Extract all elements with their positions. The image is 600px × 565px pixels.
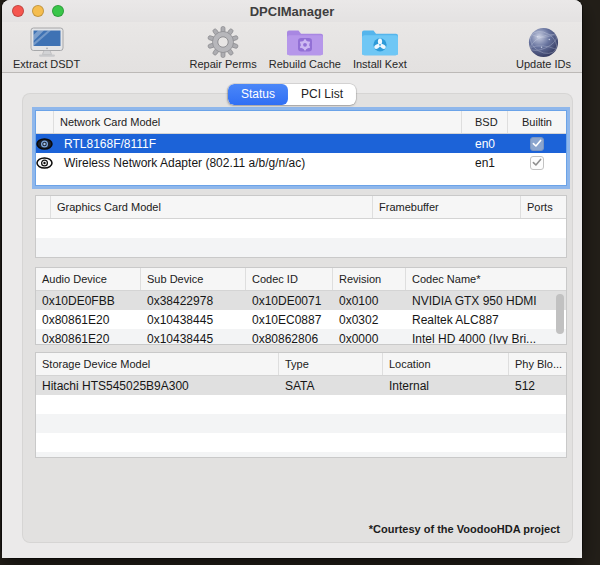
table-row[interactable]: Wireless Network Adapter (802.11 a/b/g/n… [36,153,566,172]
toolbar: Extract DSDT [2,22,582,73]
close-button[interactable] [12,5,24,17]
table-cell: 0x10438445 [141,313,246,327]
tab-status[interactable]: Status [228,84,288,105]
column-header[interactable]: Revision [333,268,406,290]
table-row[interactable]: 0x10DE0FBB0x384229780x10DE00710x0100NVID… [36,291,566,310]
table-row[interactable]: 0x80861E200x104384450x10EC08870x0302Real… [36,310,566,329]
rebuild-cache-button[interactable]: Rebuild Cache [264,25,346,71]
graphics-table-header: Graphics Card ModelFramebufferPorts [36,196,566,219]
column-header[interactable]: Ports [521,196,566,218]
bsd-cell: en0 [462,137,508,151]
purple-folder-gear-icon [286,26,324,58]
scrollbar-thumb[interactable] [556,294,564,334]
builtin-cell [508,137,566,151]
table-cell: Intel HD 4000 (Ivy Bri... [406,332,566,345]
storage-table-header: Storage Device ModelTypeLocationPhy Blo.… [36,353,566,376]
table-cell: NVIDIA GTX 950 HDMI [406,294,566,308]
builtin-checkbox[interactable] [530,137,544,151]
minimize-button[interactable] [32,5,44,17]
table-cell: 0x80861E20 [36,332,141,345]
content-area: Status PCI List Network Card ModelBSDBui… [2,73,582,558]
toolbar-label: Install Kext [353,58,407,70]
network-model-cell: RTL8168F/8111F [58,137,462,151]
imac-display-icon [29,26,65,58]
table-row[interactable]: RTL8168F/8111Fen0 [36,134,566,153]
network-model-cell: Wireless Network Adapter (802.11 a/b/g/n… [58,156,462,170]
column-header[interactable]: Type [279,353,383,375]
column-header[interactable]: BSD [462,111,508,133]
table-cell: 0x10EC0887 [246,313,333,327]
table-cell: 0x0302 [333,313,406,327]
bsd-cell: en1 [462,156,508,170]
table-cell: 0x80862806 [246,332,333,345]
window-title: DPCIManager [250,4,335,19]
builtin-checkbox[interactable] [530,156,544,170]
eye-icon[interactable] [36,138,58,150]
gear-icon [206,26,240,58]
voodoohda-credit: *Courtesy of the VoodooHDA project [369,523,560,535]
table-cell: 0x10DE0FBB [36,294,141,308]
install-kext-button[interactable]: Install Kext [348,25,412,71]
eye-icon[interactable] [36,157,58,169]
title-bar: DPCIManager [2,0,582,22]
builtin-cell [508,156,566,170]
table-cell: SATA [279,379,383,393]
app-window: DPCIManager Extract DSDT [2,0,582,558]
table-cell: 0x38422978 [141,294,246,308]
table-row[interactable]: 0x80861E200x104384450x808628060x0000Inte… [36,329,566,344]
graphics-table: Graphics Card ModelFramebufferPorts [35,195,567,258]
tab-bar: Status PCI List [228,84,356,105]
audio-table: Audio DeviceSub DeviceCodec IDRevisionCo… [35,267,567,345]
extract-dsdt-button[interactable]: Extract DSDT [8,25,85,71]
table-cell: 0x80861E20 [36,313,141,327]
table-cell: 512 [509,379,566,393]
table-row[interactable]: Hitachi HTS545025B9A300SATAInternal512 [36,376,566,395]
table-cell: Internal [383,379,509,393]
table-cell: 0x10DE0071 [246,294,333,308]
column-header[interactable]: Audio Device [36,268,141,290]
blue-folder-kext-icon [361,26,399,58]
audio-table-header: Audio DeviceSub DeviceCodec IDRevisionCo… [36,268,566,291]
column-header[interactable]: Framebuffer [373,196,521,218]
table-cell: 0x0000 [333,332,406,345]
tab-pci-list[interactable]: PCI List [288,84,356,105]
column-header[interactable]: Location [383,353,509,375]
toolbar-label: Repair Perms [190,58,257,70]
toolbar-label: Update IDs [516,58,571,70]
traffic-lights [12,5,64,17]
network-table-header: Network Card ModelBSDBuiltin [36,111,566,134]
column-header[interactable]: Phy Blo... [509,353,566,375]
storage-table: Storage Device ModelTypeLocationPhy Blo.… [35,352,567,458]
column-header[interactable]: Codec Name* [406,268,566,290]
toolbar-label: Rebuild Cache [269,58,341,70]
repair-perms-button[interactable]: Repair Perms [185,25,262,71]
status-panel: Network Card ModelBSDBuiltin RTL8168F/81… [22,93,573,543]
column-header[interactable] [36,196,51,218]
column-header[interactable]: Graphics Card Model [51,196,373,218]
table-cell: 0x0100 [333,294,406,308]
table-cell: Realtek ALC887 [406,313,566,327]
table-cell: 0x10438445 [141,332,246,345]
column-header[interactable]: Network Card Model [54,111,462,133]
zoom-button[interactable] [52,5,64,17]
column-header[interactable] [36,111,54,133]
column-header[interactable]: Codec ID [246,268,333,290]
update-ids-button[interactable]: Update IDs [511,25,576,71]
column-header[interactable]: Builtin [508,111,566,133]
column-header[interactable]: Storage Device Model [36,353,279,375]
network-table: Network Card ModelBSDBuiltin RTL8168F/81… [35,110,567,186]
globe-network-icon [527,26,560,58]
toolbar-label: Extract DSDT [13,58,80,70]
column-header[interactable]: Sub Device [141,268,246,290]
table-cell: Hitachi HTS545025B9A300 [36,379,279,393]
